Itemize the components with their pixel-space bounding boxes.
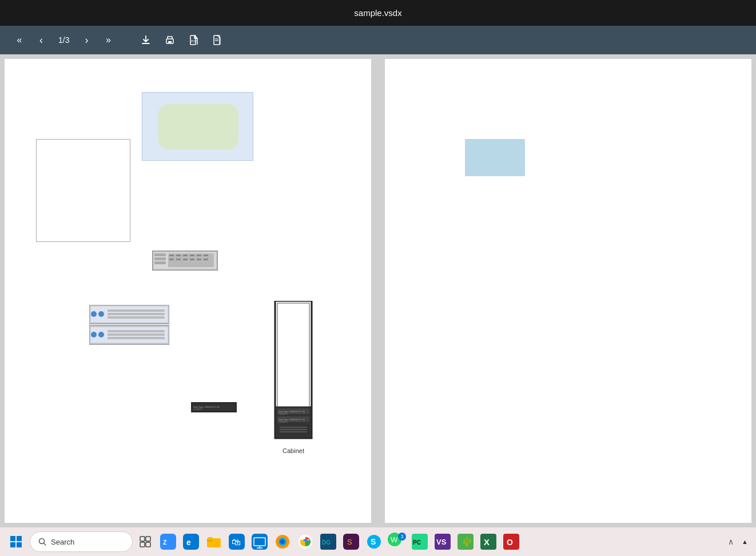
print-button[interactable] (161, 32, 179, 48)
zoom-icon[interactable]: Z (158, 531, 178, 552)
svg-rect-30 (108, 313, 165, 315)
svg-rect-9 (154, 253, 166, 256)
svg-rect-21 (183, 259, 188, 260)
page-container: Disk Type: SSSSS-FC 1G F#$%$FC 6 Disk Ty… (0, 54, 756, 527)
svg-rect-37 (108, 333, 165, 336)
svg-point-80 (280, 539, 285, 544)
svg-text:DG: DG (322, 539, 331, 546)
cabinet-label: Cabinet (274, 447, 313, 454)
svg-line-60 (44, 543, 46, 546)
shape-green-rounded (158, 104, 238, 150)
octane-icon[interactable]: O (501, 531, 522, 552)
prev-page-button[interactable]: ‹ (33, 32, 49, 49)
page-1: Disk Type: SSSSS-FC 1G F#$%$FC 6 Disk Ty… (5, 59, 371, 523)
whatsapp-badge: 3 (398, 533, 406, 541)
search-label: Search (51, 538, 74, 546)
svg-text:Z: Z (163, 539, 167, 546)
shape-container-blue (142, 92, 253, 161)
svg-text:W: W (391, 535, 398, 544)
pycharm-icon[interactable]: PC (409, 531, 430, 552)
svg-rect-56 (17, 536, 22, 541)
show-hidden-icons[interactable]: ∧ (726, 535, 736, 549)
skype-icon[interactable]: S (364, 531, 384, 552)
svg-rect-57 (10, 542, 15, 547)
svg-text:X: X (484, 537, 490, 547)
document-title: sample.vsdx (354, 8, 401, 18)
last-page-button[interactable]: » (100, 33, 116, 47)
svg-rect-13 (169, 255, 174, 256)
svg-rect-31 (108, 316, 165, 319)
svg-rect-62 (146, 537, 150, 541)
svg-rect-16 (190, 255, 194, 256)
next-page-button[interactable]: › (78, 32, 94, 49)
svg-text:e: e (186, 538, 191, 547)
svg-text:O: O (507, 538, 513, 547)
svg-text:PDF: PDF (191, 39, 197, 43)
search-icon (38, 538, 46, 546)
svg-rect-1 (168, 41, 172, 43)
download-button[interactable] (137, 32, 155, 48)
whatsapp-icon[interactable]: W 3 (387, 531, 407, 552)
page-divider (376, 59, 380, 523)
taiga-icon[interactable]: 🌵 (455, 531, 476, 552)
svg-rect-67 (183, 534, 199, 550)
svg-rect-54 (280, 431, 307, 432)
remote-desktop-icon[interactable] (249, 531, 270, 552)
svg-point-35 (98, 332, 104, 337)
page-indicator: 1/3 (55, 35, 73, 45)
firefox-icon[interactable] (272, 531, 293, 552)
export-pdf-button[interactable]: PDF (185, 32, 203, 48)
shape-light-blue-rect (465, 139, 525, 176)
svg-rect-14 (176, 255, 181, 256)
svg-rect-55 (10, 536, 15, 541)
main-content: Disk Type: SSSSS-FC 1G F#$%$FC 6 Disk Ty… (0, 54, 756, 527)
windows-start-button[interactable] (5, 530, 27, 553)
svg-rect-18 (204, 255, 208, 256)
svg-text:PC: PC (413, 539, 421, 546)
title-bar: sample.vsdx (0, 0, 756, 26)
visual-studio-icon[interactable]: VS (432, 531, 453, 552)
taskbar-search[interactable]: Search (30, 531, 133, 552)
ms-store-icon[interactable]: 🛍 (226, 531, 247, 552)
file-explorer-icon[interactable] (204, 531, 224, 552)
toolbar: « ‹ 1/3 › » PDF (0, 26, 756, 54)
info-button[interactable] (209, 32, 227, 48)
device-switch-1 (152, 251, 218, 271)
edge-icon[interactable]: e (181, 531, 201, 552)
datagrip-icon[interactable]: DG (318, 531, 339, 552)
svg-text:🌵: 🌵 (461, 537, 473, 547)
svg-point-28 (98, 311, 104, 317)
shape-plain-rect (36, 139, 130, 242)
svg-rect-17 (197, 255, 201, 256)
chrome-icon[interactable] (295, 531, 316, 552)
time-display: ▲ (738, 538, 751, 545)
svg-text:F#$%$FC 6: F#$%$FC 6 (278, 421, 288, 423)
svg-rect-20 (176, 259, 181, 260)
svg-rect-53 (280, 429, 307, 430)
svg-text:S: S (371, 537, 376, 546)
first-page-button[interactable]: « (11, 33, 27, 47)
svg-text:F#$%$FC 6: F#$%$FC 6 (193, 408, 202, 411)
taskbar: Search Z e 🛍 (0, 527, 756, 556)
svg-point-34 (91, 332, 97, 337)
taskbar-right: ∧ ▲ (726, 535, 751, 549)
svg-rect-23 (197, 259, 201, 260)
svg-rect-24 (204, 259, 208, 260)
svg-rect-29 (108, 309, 165, 312)
page-2 (385, 59, 751, 523)
device-small: Disk Type: SSSSS-FC 1G F#$%$FC 6 (191, 402, 237, 412)
device-cabinet: Disk Type: SSSSS-FC 1G F#$%$FC 6 Disk Ty… (274, 301, 313, 444)
svg-rect-36 (108, 330, 165, 332)
svg-rect-19 (169, 259, 174, 260)
svg-rect-38 (108, 337, 165, 339)
svg-rect-10 (154, 257, 166, 260)
svg-text:VS: VS (436, 538, 447, 546)
svg-rect-11 (154, 261, 166, 264)
svg-text:🛍: 🛍 (232, 537, 241, 547)
svg-text:S: S (347, 538, 352, 546)
task-view-button[interactable] (135, 531, 156, 552)
svg-rect-22 (190, 259, 194, 260)
slack-icon[interactable]: S (341, 531, 361, 552)
excel-icon[interactable]: X (478, 531, 499, 552)
svg-rect-71 (208, 537, 213, 539)
